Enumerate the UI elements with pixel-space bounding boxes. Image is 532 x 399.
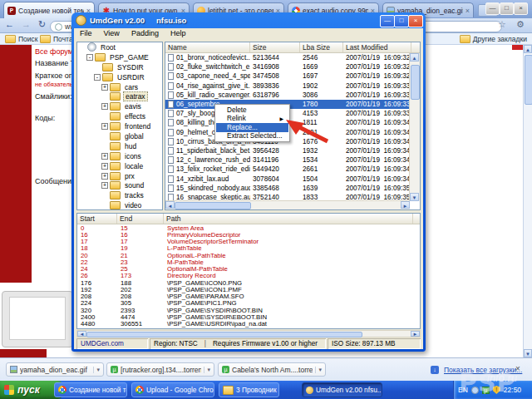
tree-item-usrdir[interactable]: -USRDIR	[77, 72, 162, 82]
scrollbar-thumb[interactable]	[525, 55, 532, 105]
layout-table-hscrollbar[interactable]: ◄ ►	[76, 330, 421, 337]
column-header-path[interactable]: Path	[164, 214, 413, 224]
forward-icon[interactable]: →	[22, 19, 31, 29]
other-bookmarks-button[interactable]: Другие закладки	[460, 35, 527, 43]
file-row[interactable]: 12_c_lawrence_rush_edi...314119615342007…	[165, 155, 420, 165]
file-row[interactable]: 02_fluke_switchtwitch_e...34169081669200…	[165, 62, 420, 71]
layout-row[interactable]: 306560307158\PSP_GAME\USRDIR\cars\240sx.…	[77, 328, 420, 329]
download-item[interactable]: yamaha_dion_eac.gif▾	[6, 362, 104, 377]
file-row[interactable]: 05_kill_radio_scavenger....6318796308620…	[165, 91, 420, 100]
context-item-relink[interactable]: Relink▶	[216, 115, 288, 124]
scrollbar-thumb[interactable]	[175, 202, 251, 209]
expander-plus-icon[interactable]: +	[101, 153, 108, 160]
task-button[interactable]: 3 Проводник▾	[219, 382, 279, 397]
file-row[interactable]: 15_skindred_nobody.aud338546816392007/01…	[165, 184, 420, 193]
chevron-down-icon[interactable]: ▾	[204, 367, 210, 373]
bookmark-item[interactable]: Поиск	[5, 35, 38, 43]
wrench-menu-icon[interactable]: ⚙	[516, 19, 525, 30]
file-row[interactable]: 14_xzibit_lax.aud307860415042007/01/19 1…	[165, 174, 420, 183]
back-icon[interactable]: ←	[5, 19, 14, 29]
tree-item-root[interactable]: Root	[77, 42, 162, 52]
file-row[interactable]: 03_capone_need_4_spe...347450816972007/0…	[165, 71, 420, 81]
expander-plus-icon[interactable]: +	[101, 182, 108, 189]
scroll-right-icon[interactable]: ►	[401, 201, 410, 209]
task-button[interactable]: Создание новой тем...	[54, 382, 127, 397]
tree-item-prx[interactable]: +prx	[77, 171, 162, 181]
column-header-start[interactable]: Start	[77, 214, 117, 224]
tree-item-sound[interactable]: +sound	[77, 180, 162, 190]
security-alert-icon[interactable]: !	[493, 386, 500, 394]
chevron-down-icon[interactable]: ▾	[93, 367, 100, 373]
expander-minus-icon[interactable]: -	[86, 54, 93, 61]
tree-item-hud[interactable]: hud	[77, 141, 162, 151]
tree-item-psp_game[interactable]: -PSP_GAME	[77, 52, 162, 62]
scroll-left-icon[interactable]: ◄	[165, 201, 175, 209]
tree-item-locale[interactable]: +locale	[77, 161, 162, 171]
scroll-up-icon[interactable]: ▲	[524, 45, 532, 53]
reload-icon[interactable]: ↻	[38, 19, 46, 30]
umdgen-titlebar[interactable]: UmdGen v2.00 nfsu.iso	[71, 12, 426, 28]
scroll-right-icon[interactable]: ►	[411, 331, 420, 337]
umdgen-minimize-button[interactable]: —	[380, 15, 395, 27]
expander-minus-icon[interactable]: -	[94, 74, 101, 81]
scroll-left-icon[interactable]: ◄	[77, 331, 86, 337]
scrollbar-thumb[interactable]	[86, 332, 362, 337]
expander-plus-icon[interactable]: +	[101, 84, 108, 91]
language-bar-icon[interactable]	[471, 387, 479, 394]
torrent-tray-icon[interactable]: µ	[482, 387, 490, 394]
tree-item-cars[interactable]: +cars	[77, 82, 162, 92]
bookmark-star-icon[interactable]: ☆	[498, 19, 506, 30]
context-item-extract-selected[interactable]: Extract Selected...	[216, 132, 288, 141]
expander-plus-icon[interactable]: +	[101, 103, 108, 110]
language-indicator[interactable]: EN	[458, 386, 468, 394]
column-header-end[interactable]: End	[117, 214, 164, 224]
menu-help[interactable]: Help	[165, 28, 192, 37]
download-item[interactable]: µ[rutracker.org].t34....torrent▾	[106, 362, 214, 377]
column-header-name[interactable]: Name	[165, 42, 250, 52]
shelf-close-icon[interactable]: ×	[515, 364, 520, 373]
menu-view[interactable]: View	[98, 28, 126, 37]
file-row[interactable]: 06_septembre17802007/01/19 16:09:33	[165, 100, 420, 109]
tree-item-icons[interactable]: +icons	[77, 151, 162, 161]
tree-item-global[interactable]: global	[77, 131, 162, 141]
page-scrollbar[interactable]: ▲ ▼	[523, 45, 532, 357]
expander-plus-icon[interactable]: +	[101, 173, 108, 180]
tree-item-video[interactable]: video	[77, 200, 162, 210]
tree-item-eavis[interactable]: +eavis	[77, 101, 162, 111]
column-header-last-modified[interactable]: Last Modified	[343, 42, 411, 52]
file-list-hscrollbar[interactable]: ◄ ►	[165, 200, 410, 209]
menu-file[interactable]: File	[74, 28, 98, 37]
menu-padding[interactable]: Padding	[126, 28, 165, 37]
context-item-delete[interactable]: Delete	[216, 106, 288, 115]
umdgen-close-button[interactable]: ×	[408, 15, 423, 27]
file-row[interactable]: 13_felix_rocket_ride_edi...5449420266120…	[165, 165, 420, 174]
tree-item-effects[interactable]: effects	[77, 111, 162, 121]
column-header-lba-size[interactable]: Lba Size	[300, 42, 343, 52]
browser-restore-button[interactable]: □	[500, 2, 514, 15]
download-item[interactable]: µCabela's North Am....torrent▾	[218, 362, 326, 377]
scroll-down-icon[interactable]: ▼	[410, 193, 419, 201]
tree-item-tracks[interactable]: tracks	[77, 190, 162, 200]
browser-close-button[interactable]: ×	[514, 2, 528, 15]
context-item-replace[interactable]: Replace...	[216, 123, 288, 132]
task-button[interactable]: Upload - Google Chrome	[131, 382, 214, 397]
expander-plus-icon[interactable]: +	[101, 123, 108, 130]
file-row[interactable]: 11_spiderbait_black_bet...39564281932200…	[165, 146, 420, 155]
expander-plus-icon[interactable]: +	[101, 163, 108, 170]
chevron-down-icon[interactable]: ▾	[315, 367, 322, 373]
scroll-up-icon[interactable]: ▲	[410, 53, 419, 62]
scroll-down-icon[interactable]: ▼	[524, 349, 532, 357]
scrollbar-thumb[interactable]	[411, 65, 420, 100]
tree-item-eatrax[interactable]: eatrax	[77, 91, 162, 101]
bookmark-item[interactable]: Почта	[40, 35, 73, 43]
tab-close-icon[interactable]: ×	[466, 7, 470, 15]
tree-item-sysdir[interactable]: SYSDIR	[77, 62, 162, 72]
umdgen-maximize-button[interactable]: □	[394, 15, 409, 27]
column-header-size[interactable]: Size	[250, 42, 300, 52]
tree-item-frontend[interactable]: +frontend	[77, 121, 162, 131]
task-button[interactable]: UmdGen v2.00 nfsu...	[302, 382, 382, 397]
show-all-downloads-link[interactable]: Показать все загрузки...	[444, 366, 522, 374]
file-row[interactable]: 04_rise_against_give_it...38938361902200…	[165, 81, 420, 91]
file-list-vscrollbar[interactable]: ▲ ▼	[409, 53, 420, 201]
file-row[interactable]: 01_bronx_noticeofevict...521364425462007…	[165, 53, 420, 62]
